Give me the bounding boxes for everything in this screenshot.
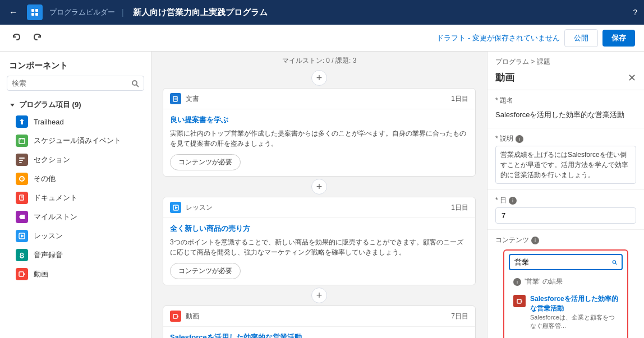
day-input[interactable] bbox=[495, 207, 636, 224]
sidebar: コンポーネント プログラム項目 (9) Trailhead スケジュール済みイベ… bbox=[0, 52, 151, 338]
add-button-mid1[interactable]: + bbox=[311, 179, 327, 195]
sidebar-item-trailhead[interactable]: Trailhead bbox=[0, 112, 151, 131]
svg-marker-20 bbox=[21, 234, 24, 238]
sidebar-item-scheduled[interactable]: スケジュール済みイベント bbox=[0, 131, 151, 150]
search-box bbox=[7, 76, 144, 91]
svg-rect-23 bbox=[19, 272, 24, 276]
card-content-btn-lesson[interactable]: コンテンツが必要 bbox=[170, 263, 241, 279]
sidebar-section-label: プログラム項目 (9) bbox=[19, 100, 81, 110]
audio-icon bbox=[16, 249, 28, 261]
field-name-section: * 題名 Salesforceを活用した効率的な営業活動 bbox=[487, 90, 644, 128]
svg-point-4 bbox=[132, 81, 137, 85]
sidebar-item-section[interactable]: セクション bbox=[0, 150, 151, 169]
svg-line-34 bbox=[615, 263, 617, 264]
redo-button[interactable] bbox=[29, 30, 45, 46]
card-title-video[interactable]: Salesforceを活用した効率的な営業活動 bbox=[170, 332, 468, 338]
sidebar-item-label-trailhead: Trailhead bbox=[34, 118, 64, 126]
sidebar-item-lesson[interactable]: レッスン bbox=[0, 226, 151, 246]
svg-line-5 bbox=[137, 85, 139, 87]
video-type-icon bbox=[170, 311, 181, 322]
svg-marker-18 bbox=[19, 215, 25, 219]
main-layout: コンポーネント プログラム項目 (9) Trailhead スケジュール済みイベ… bbox=[0, 52, 644, 338]
sidebar-item-document[interactable]: ドキュメント bbox=[0, 188, 151, 207]
field-desc-label: * 説明 i bbox=[495, 134, 636, 143]
content-outer: コンテンツ i i '営業' の結果 Salesforceを活用し bbox=[487, 230, 644, 338]
breadcrumb: プログラム > 課題 bbox=[487, 52, 644, 69]
add-button-top[interactable]: + bbox=[311, 70, 327, 86]
toolbar: ドラフト - 変更が保存されていません 公開 保存 bbox=[0, 25, 644, 52]
publish-button[interactable]: 公開 bbox=[564, 29, 598, 47]
scheduled-icon bbox=[16, 135, 28, 147]
card-day-lesson: 1日目 bbox=[451, 203, 468, 212]
svg-rect-35 bbox=[517, 299, 521, 303]
svg-point-21 bbox=[21, 253, 24, 256]
card-body-video: Salesforceを活用した効率的な営業活動 営業成績を上げるにはSalesf… bbox=[163, 327, 475, 338]
back-button[interactable]: ← bbox=[7, 5, 20, 20]
card-day-doc: 1日目 bbox=[451, 94, 468, 104]
right-panel: プログラム > 課題 動画 ✕ * 題名 Salesforceを活用した効率的な… bbox=[487, 52, 644, 338]
breadcrumb-issue: 課題 bbox=[537, 58, 550, 66]
content-search-box bbox=[509, 254, 623, 270]
card-type-lesson: レッスン bbox=[186, 203, 213, 212]
card-type-doc: 文書 bbox=[186, 94, 199, 104]
required-star-day: * 日 bbox=[495, 196, 507, 205]
svg-rect-10 bbox=[19, 158, 25, 159]
svg-rect-11 bbox=[19, 160, 23, 161]
svg-rect-1 bbox=[35, 9, 38, 12]
svg-rect-2 bbox=[31, 13, 34, 16]
svg-point-33 bbox=[613, 260, 615, 263]
add-button-mid2[interactable]: + bbox=[311, 288, 327, 303]
undo-button[interactable] bbox=[9, 30, 25, 46]
sidebar-item-other[interactable]: ? その他 bbox=[0, 169, 151, 188]
status-text: ドラフト - 変更が保存されていません bbox=[436, 33, 560, 43]
card-body-lesson: 全く新しい商品の売り方 3つのポイントを意識することで、新しい商品を効果的に販売… bbox=[163, 218, 475, 285]
result-sub: Salesforceは、企業と顧客をつなぐ顧客管... bbox=[530, 313, 618, 330]
content-search-icon bbox=[612, 258, 617, 266]
sidebar-item-milestone[interactable]: マイルストン bbox=[0, 207, 151, 226]
breadcrumb-program[interactable]: プログラム bbox=[495, 58, 529, 66]
document-icon bbox=[16, 192, 28, 204]
info-icon-desc: i bbox=[516, 135, 523, 143]
card-title-lesson[interactable]: 全く新しい商品の売り方 bbox=[170, 224, 468, 234]
sidebar-item-audio[interactable]: 音声録音 bbox=[0, 246, 151, 265]
search-input[interactable] bbox=[12, 79, 128, 87]
card-content-btn-doc[interactable]: コンテンツが必要 bbox=[170, 154, 241, 170]
field-day-label: * 日 i bbox=[495, 196, 636, 205]
required-star-desc: * 説明 bbox=[495, 134, 513, 143]
content-search-input[interactable] bbox=[514, 258, 609, 266]
required-star-name: * 題名 bbox=[495, 96, 513, 105]
section-icon bbox=[16, 154, 28, 166]
field-desc-value: 営業成績を上げるにはSalesforceを使い倒すことが早道です。活用方法を学ん… bbox=[495, 146, 636, 184]
right-panel-title: 動画 bbox=[495, 71, 628, 84]
sidebar-section[interactable]: プログラム項目 (9) bbox=[0, 98, 151, 112]
sidebar-item-label-video: 動画 bbox=[34, 269, 48, 279]
field-name-label: * 題名 bbox=[495, 96, 636, 105]
milestone-top-header: マイルストン: 0 / 課題: 3 bbox=[163, 52, 476, 68]
sidebar-item-video[interactable]: 動画 bbox=[0, 265, 151, 284]
info-icon-day: i bbox=[509, 197, 517, 205]
info-icon-content: i bbox=[531, 237, 539, 244]
sidebar-title: コンポーネント bbox=[0, 58, 151, 76]
add-new-video-item[interactable]: + 新規動画 bbox=[509, 335, 623, 338]
result-text-container: Salesforceを活用した効率的な営業活動 Salesforceは、企業と顧… bbox=[530, 294, 618, 330]
video-icon bbox=[16, 268, 28, 280]
help-button[interactable]: ? bbox=[633, 8, 637, 17]
close-button[interactable]: ✕ bbox=[628, 72, 636, 84]
save-button[interactable]: 保存 bbox=[602, 30, 635, 47]
sidebar-item-label-lesson: レッスン bbox=[34, 231, 63, 241]
right-panel-title-row: 動画 ✕ bbox=[487, 69, 644, 90]
card-title-doc[interactable]: 良い提案書を学ぶ bbox=[170, 115, 468, 125]
card-header-lesson: レッスン 1日目 bbox=[163, 197, 475, 218]
card-type-video: 動画 bbox=[186, 312, 199, 321]
lesson-type-icon bbox=[170, 202, 181, 213]
trailhead-icon bbox=[16, 115, 28, 128]
content-label: コンテンツ bbox=[495, 235, 529, 245]
svg-text:?: ? bbox=[21, 177, 24, 181]
svg-rect-3 bbox=[35, 13, 38, 16]
card-header-video: 動画 7日目 bbox=[163, 306, 475, 327]
search-result-item[interactable]: Salesforceを活用した効率的な営業活動 Salesforceは、企業と顧… bbox=[509, 290, 623, 335]
field-day-section: * 日 i bbox=[487, 190, 644, 230]
doc-type-icon bbox=[170, 93, 181, 104]
page-title: 新人向け営業力向上実践プログラム bbox=[133, 7, 268, 18]
svg-rect-0 bbox=[31, 9, 34, 12]
